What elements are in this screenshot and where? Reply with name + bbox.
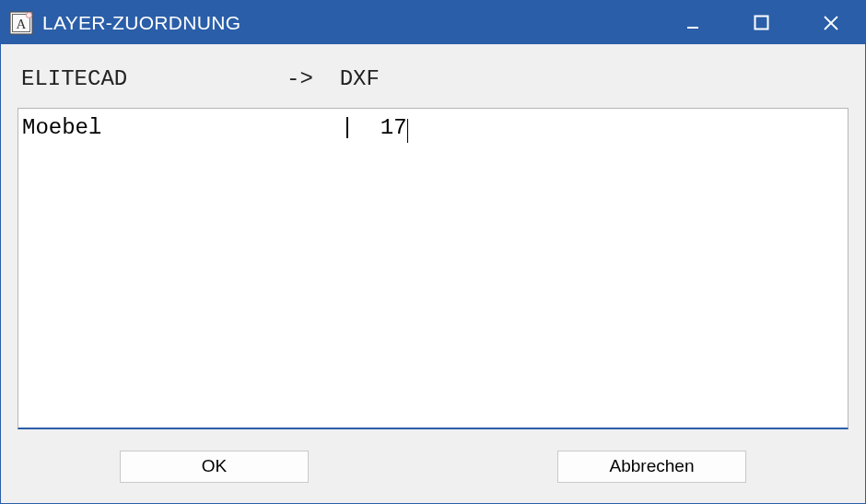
column-header: ELITECAD -> DXF <box>18 61 848 108</box>
close-icon <box>823 15 839 31</box>
maximize-icon <box>754 15 769 30</box>
dialog-content: ELITECAD -> DXF Moebel | 17 OK Abbrechen <box>1 44 865 503</box>
maximize-button[interactable] <box>727 1 796 44</box>
ok-button[interactable]: OK <box>120 451 309 483</box>
cancel-button[interactable]: Abbrechen <box>557 451 746 483</box>
close-button[interactable] <box>796 1 865 44</box>
text-caret <box>407 119 408 143</box>
app-icon: A <box>9 11 33 35</box>
dialog-window: A LAYER-ZUORDNUNG <box>0 0 866 504</box>
svg-rect-5 <box>755 17 768 29</box>
window-title: LAYER-ZUORDNUNG <box>42 12 658 34</box>
svg-point-3 <box>27 12 32 18</box>
mapping-line: Moebel | 17 <box>22 115 407 140</box>
minimize-button[interactable] <box>658 1 727 44</box>
svg-rect-4 <box>687 27 698 29</box>
window-controls <box>658 1 865 44</box>
mapping-textarea[interactable]: Moebel | 17 <box>18 108 848 429</box>
minimize-icon <box>685 16 700 30</box>
button-row: OK Abbrechen <box>18 429 848 503</box>
titlebar[interactable]: A LAYER-ZUORDNUNG <box>1 1 865 44</box>
svg-text:A: A <box>17 17 27 31</box>
